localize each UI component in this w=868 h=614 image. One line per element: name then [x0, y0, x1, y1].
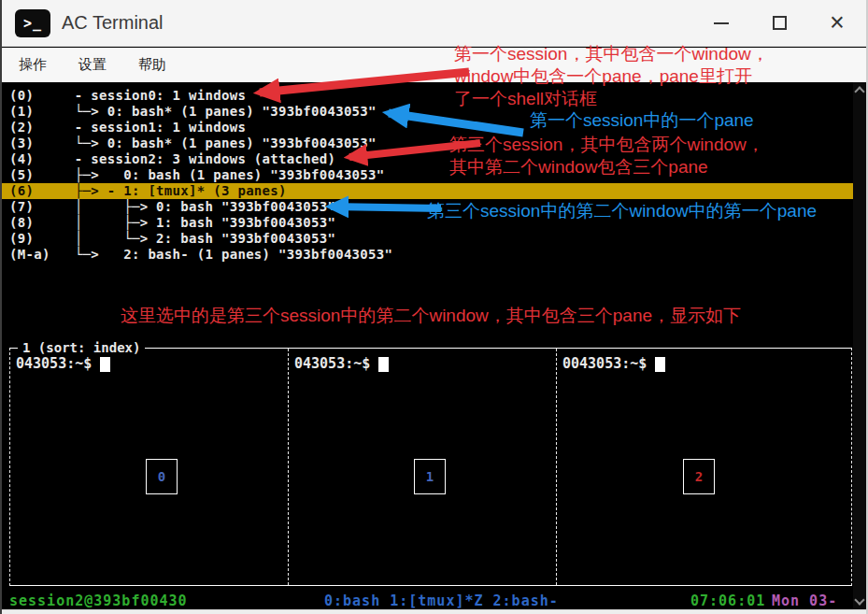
tmux-tree-line[interactable]: (8) │ ├─> 1: bash "393bf0043053" [2, 215, 853, 231]
app-window: >_ AC Terminal × 操作 设置 帮助 (0) - session0… [0, 0, 868, 614]
pane-0-prompt: 043053:~$ [16, 355, 110, 372]
pane-0-prompt-text: 043053:~$ [16, 355, 92, 372]
tmux-tree-line-selected[interactable]: (6) ├─> - 1: [tmux]* (3 panes) [2, 183, 853, 199]
pane-number-1: 1 [414, 459, 446, 494]
scroll-up-icon[interactable] [854, 86, 864, 96]
tmux-tree-line[interactable]: (9) │ └─> 2: bash "393bf0043053" [2, 231, 853, 247]
pane-2-prompt-text: 0043053:~$ [562, 355, 647, 372]
titlebar: >_ AC Terminal × [2, 0, 866, 47]
tmux-statusbar: session2@393bf00430 0:bash 1:[tmux]*Z 2:… [2, 593, 853, 609]
menu-item-help[interactable]: 帮助 [138, 56, 166, 74]
pane-2-prompt: 0043053:~$ [562, 355, 665, 372]
status-window-list: 0:bash 1:[tmux]*Z 2:bash- [324, 593, 559, 609]
scrollbar[interactable] [853, 82, 866, 609]
pane-number-2: 2 [683, 459, 715, 494]
tmux-tree-line[interactable]: (M-a) └─> 2: bash- (1 panes) "393bf00430… [2, 247, 853, 263]
window-title: AC Terminal [62, 12, 164, 34]
tmux-tree-line[interactable]: (4) - session2: 3 windows (attached) [2, 151, 853, 167]
minimize-icon [714, 22, 729, 24]
close-icon: × [830, 10, 845, 36]
maximize-button[interactable] [750, 0, 808, 46]
pane-separator [288, 349, 289, 585]
tmux-tree-line[interactable]: (1) └─> 0: bash* (1 panes) "393bf0043053… [2, 104, 853, 120]
status-clock: 07:06:01 [690, 593, 765, 609]
status-session-name: session2@393bf00430 [9, 593, 188, 609]
tmux-tree-line[interactable]: (7) │ ├─> 0: bash "393bf0043053" [2, 199, 853, 215]
tmux-tree-line[interactable]: (3) └─> 0: bash* (1 panes) "393bf0043053… [2, 136, 853, 151]
tmux-tree-line[interactable]: (2) - session1: 1 windows [2, 120, 853, 136]
menu-item-settings[interactable]: 设置 [78, 56, 107, 74]
window-controls: × [692, 0, 866, 46]
terminal-screen[interactable]: (0) - session0: 1 windows (1) └─> 0: bas… [2, 82, 866, 609]
minimize-button[interactable] [692, 0, 750, 46]
menu-item-operation[interactable]: 操作 [19, 56, 47, 74]
pane-0-cursor [100, 357, 110, 372]
pane-2-cursor [655, 357, 665, 372]
pane-1-prompt-text: 043053:~$ [294, 355, 370, 372]
tmux-tree-line[interactable]: (0) - session0: 1 windows [2, 88, 853, 104]
annotation-selected-window: 这里选中的是第三个session中的第二个window，其中包含三个pane，显… [121, 305, 741, 327]
scroll-down-icon[interactable] [854, 594, 864, 605]
pane-number-0: 0 [146, 459, 178, 494]
close-button[interactable]: × [808, 0, 866, 46]
pane-separator [556, 349, 557, 585]
maximize-icon [773, 16, 787, 30]
preview-title: 1 (sort: index) [18, 340, 145, 355]
window-bottom-frame [2, 609, 866, 614]
window-preview-box: 1 (sort: index) 043053:~$ 043053:~$ 0043… [9, 348, 852, 586]
menubar: 操作 设置 帮助 [2, 48, 866, 82]
pane-1-prompt: 043053:~$ [294, 355, 389, 372]
pane-1-cursor [378, 357, 389, 372]
tmux-choose-tree: (0) - session0: 1 windows (1) └─> 0: bas… [2, 88, 853, 263]
tmux-tree-line[interactable]: (5) ├─> 0: bash (1 panes) "393bf0043053" [2, 167, 853, 183]
terminal-app-icon: >_ [15, 9, 50, 37]
